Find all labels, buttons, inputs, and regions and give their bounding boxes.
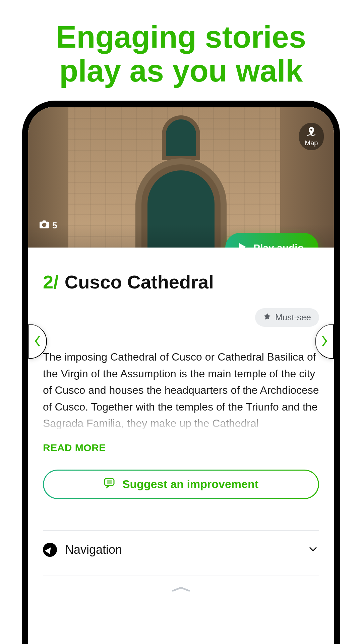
bottom-sheet-divider [43,576,319,576]
photo-count-value: 5 [52,220,57,231]
must-see-badge: Must-see [255,308,319,327]
must-see-label: Must-see [275,312,311,323]
stop-details: 2/ Cusco Cathedral Must-see The imposing… [28,248,334,592]
hero-niche [166,119,196,156]
feedback-icon [104,477,115,491]
phone-screen: Map 5 Play audio [28,107,334,644]
play-audio-label: Play audio [253,242,304,248]
bottom-sheet-handle[interactable] [169,586,193,592]
stop-title: 2/ Cusco Cathedral [43,271,319,293]
suggest-improvement-button[interactable]: Suggest an improvement [43,470,319,499]
svg-rect-0 [105,479,114,485]
suggest-improvement-label: Suggest an improvement [122,478,258,491]
tag-row: Must-see [43,308,319,327]
map-button-label: Map [305,139,318,147]
phone-frame: Map 5 Play audio [22,101,340,644]
stop-name: Cusco Cathedral [65,271,214,293]
star-icon [263,312,271,323]
navigation-label: Navigation [65,543,299,557]
compass-icon [43,543,57,557]
play-audio-button[interactable]: Play audio [225,233,318,248]
app-store-headline: Engaging stories play as you walk [0,0,362,105]
read-more-button[interactable]: READ MORE [43,442,319,453]
hero-photo[interactable]: Map 5 Play audio [28,107,334,248]
headline-line1: Engaging stories [56,20,306,54]
camera-icon [40,220,49,231]
navigation-section[interactable]: Navigation [43,530,319,569]
headline-line2: play as you walk [59,54,303,88]
play-icon [237,242,247,248]
map-pin-icon [306,126,317,139]
photo-count-chip[interactable]: 5 [40,220,57,231]
stop-index: 2/ [43,271,59,293]
map-button[interactable]: Map [299,123,324,150]
stop-description: The imposing Cathedral of Cusco or Cathe… [43,349,319,432]
chevron-down-icon [307,543,319,556]
